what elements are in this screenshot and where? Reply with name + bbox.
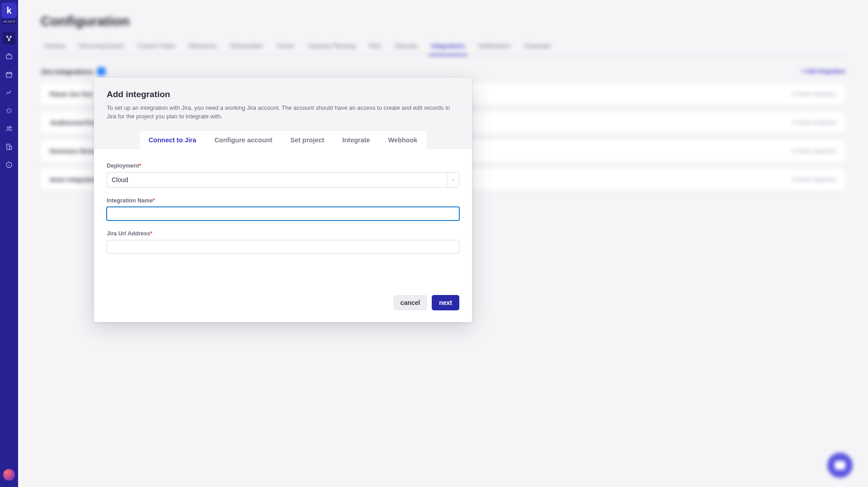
- field-jira-url: Jira Url Address*: [107, 230, 459, 253]
- field-integration-name: Integration Name*: [107, 197, 459, 220]
- chevron-down-icon: [447, 173, 459, 187]
- briefcase-icon[interactable]: [3, 50, 15, 63]
- deployment-label-text: Deployment: [107, 163, 139, 169]
- modal-footer: cancel next: [94, 268, 472, 322]
- svg-point-6: [10, 126, 11, 128]
- modal-title: Add integration: [107, 89, 459, 99]
- svg-rect-3: [6, 55, 12, 59]
- jira-url-input[interactable]: [107, 240, 459, 253]
- version-badge: v4.14.5: [2, 19, 16, 24]
- svg-point-1: [10, 36, 12, 37]
- deployment-value: Cloud: [112, 176, 128, 183]
- add-integration-modal: Add integration To set up an integration…: [94, 78, 472, 322]
- calendar-icon[interactable]: [3, 68, 15, 81]
- next-button[interactable]: next: [432, 295, 459, 310]
- svg-rect-8: [9, 146, 11, 150]
- avatar[interactable]: [3, 469, 15, 481]
- step-webhook[interactable]: Webhook: [379, 131, 426, 149]
- svg-rect-4: [6, 72, 12, 77]
- step-connect[interactable]: Connect to Jira: [140, 131, 206, 149]
- required-asterisk: *: [153, 197, 155, 204]
- wizard-steps: Connect to Jira Configure account Set pr…: [140, 131, 427, 149]
- deployment-select[interactable]: Cloud: [107, 172, 459, 187]
- building-icon[interactable]: [3, 140, 15, 153]
- field-deployment: Deployment* Cloud: [107, 163, 459, 187]
- steps-container: Connect to Jira Configure account Set pr…: [94, 131, 472, 149]
- integration-name-input[interactable]: [107, 207, 459, 220]
- jira-url-label-text: Jira Url Address: [107, 230, 150, 237]
- svg-point-5: [7, 126, 9, 128]
- step-project[interactable]: Set project: [281, 131, 333, 149]
- svg-point-0: [7, 36, 8, 37]
- step-integrate[interactable]: Integrate: [333, 131, 379, 149]
- nodes-icon[interactable]: [3, 32, 15, 45]
- deployment-label: Deployment*: [107, 163, 459, 169]
- app-logo[interactable]: k: [1, 3, 17, 18]
- chart-icon[interactable]: [3, 86, 15, 99]
- svg-point-2: [9, 40, 10, 41]
- svg-rect-7: [7, 144, 10, 150]
- jira-url-label: Jira Url Address*: [107, 230, 459, 237]
- step-configure[interactable]: Configure account: [205, 131, 281, 149]
- modal-body: Deployment* Cloud Integration Name* Jira…: [94, 149, 472, 268]
- info-icon[interactable]: [3, 159, 15, 171]
- users-icon[interactable]: [3, 122, 15, 135]
- modal-header: Add integration To set up an integration…: [94, 78, 472, 131]
- app-logo-letter: k: [6, 5, 11, 16]
- required-asterisk: *: [139, 163, 142, 169]
- left-rail: k v4.14.5: [0, 0, 18, 487]
- integration-name-label: Integration Name*: [107, 197, 459, 204]
- integration-name-label-text: Integration Name: [107, 197, 153, 204]
- sparkle-icon[interactable]: [3, 104, 15, 117]
- modal-description: To set up an integration with Jira, you …: [107, 104, 450, 121]
- cancel-button[interactable]: cancel: [393, 295, 428, 310]
- required-asterisk: *: [150, 230, 152, 237]
